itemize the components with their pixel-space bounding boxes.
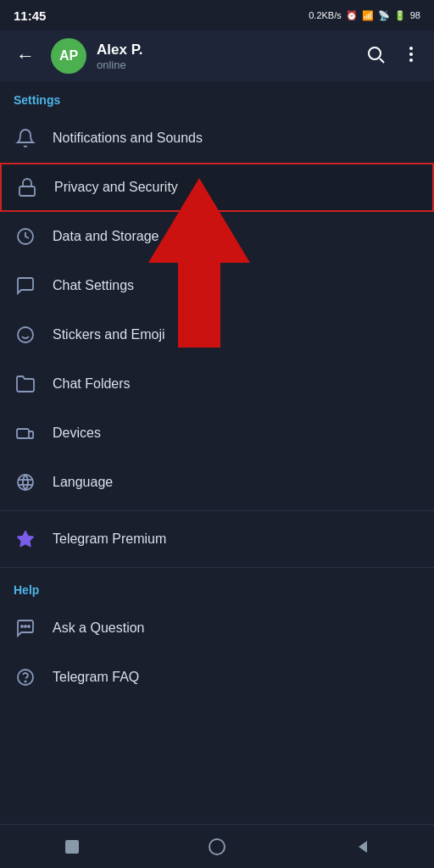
svg-point-17: [28, 626, 30, 627]
notifications-label: Notifications and Sounds: [53, 131, 203, 146]
bell-icon: [14, 126, 37, 150]
svg-line-1: [380, 58, 384, 63]
menu-item-chat[interactable]: Chat Settings: [0, 261, 434, 310]
devices-label: Devices: [53, 426, 101, 441]
svg-point-16: [21, 626, 23, 627]
battery-level: 98: [410, 10, 420, 20]
privacy-label: Privacy and Security: [54, 180, 178, 195]
menu-item-stickers[interactable]: Stickers and Emoji: [0, 310, 434, 359]
menu-item-data[interactable]: Data and Storage: [0, 212, 434, 261]
language-label: Language: [53, 475, 113, 490]
clock-icon: [14, 225, 37, 248]
menu-item-language[interactable]: Language: [0, 458, 434, 507]
svg-rect-21: [65, 840, 79, 854]
status-time: 11:45: [14, 8, 46, 23]
premium-label: Telegram Premium: [53, 531, 166, 547]
premium-star-icon: [14, 527, 37, 551]
folders-label: Chat Folders: [53, 376, 131, 392]
nav-home-icon[interactable]: [200, 830, 234, 864]
faq-label: Telegram FAQ: [53, 670, 139, 685]
svg-point-3: [409, 53, 413, 56]
wifi-icon: 📡: [378, 10, 390, 21]
nav-stop-icon[interactable]: [55, 830, 89, 864]
divider-1: [0, 510, 434, 511]
battery-icon: 🔋: [394, 10, 406, 21]
svg-point-22: [209, 839, 225, 854]
faq-icon: [14, 665, 37, 689]
settings-section-label: Settings: [0, 81, 434, 114]
emoji-icon: [14, 323, 37, 347]
nav-back-icon[interactable]: [345, 830, 379, 864]
menu-item-notifications[interactable]: Notifications and Sounds: [0, 114, 434, 163]
ask-label: Ask a Question: [53, 620, 145, 636]
divider-2: [0, 567, 434, 568]
avatar: AP: [51, 38, 86, 74]
header: ← AP Alex P. online: [0, 31, 434, 81]
globe-icon: [14, 470, 37, 494]
menu-item-premium[interactable]: Telegram Premium: [0, 515, 434, 564]
ask-icon: [14, 616, 37, 640]
folder-icon: [14, 372, 37, 396]
lock-icon: [15, 175, 39, 199]
user-info: Alex P. online: [97, 42, 353, 71]
menu-item-ask[interactable]: Ask a Question: [0, 604, 434, 653]
menu-item-privacy[interactable]: Privacy and Security: [0, 163, 434, 212]
header-icons: [363, 44, 424, 69]
network-speed: 0.2KB/s: [309, 10, 342, 20]
user-status: online: [97, 58, 353, 71]
chat-settings-label: Chat Settings: [53, 278, 134, 293]
devices-icon: [14, 421, 37, 445]
svg-point-2: [409, 47, 413, 50]
menu-item-faq[interactable]: Telegram FAQ: [0, 653, 434, 702]
svg-point-7: [18, 327, 33, 342]
help-section-label: Help: [0, 571, 434, 604]
status-icons: 0.2KB/s ⏰ 📶 📡 🔋 98: [309, 10, 420, 21]
svg-marker-23: [359, 841, 367, 853]
data-label: Data and Storage: [53, 229, 159, 244]
chat-icon: [14, 274, 37, 298]
svg-rect-5: [19, 186, 35, 196]
menu-item-devices[interactable]: Devices: [0, 409, 434, 458]
svg-rect-10: [17, 429, 29, 438]
svg-point-0: [369, 47, 381, 59]
back-button[interactable]: ←: [10, 45, 41, 67]
alarm-icon: ⏰: [346, 10, 358, 21]
signal-icon: 📶: [362, 10, 374, 21]
stickers-label: Stickers and Emoji: [53, 327, 165, 342]
svg-point-15: [25, 626, 26, 627]
more-options-icon[interactable]: [398, 44, 424, 69]
nav-bar: [0, 824, 434, 868]
svg-marker-14: [17, 531, 34, 547]
user-name: Alex P.: [97, 42, 353, 58]
svg-point-11: [18, 475, 33, 490]
svg-point-4: [409, 58, 413, 62]
menu-item-folders[interactable]: Chat Folders: [0, 359, 434, 409]
search-icon[interactable]: [363, 44, 388, 69]
status-bar: 11:45 0.2KB/s ⏰ 📶 📡 🔋 98: [0, 0, 434, 31]
